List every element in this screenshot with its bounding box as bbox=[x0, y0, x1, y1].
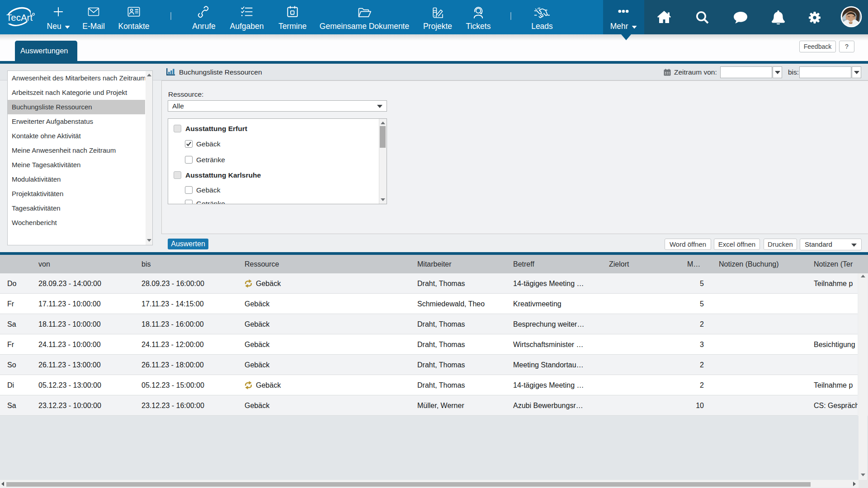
svg-text:TecArt: TecArt bbox=[6, 12, 33, 23]
